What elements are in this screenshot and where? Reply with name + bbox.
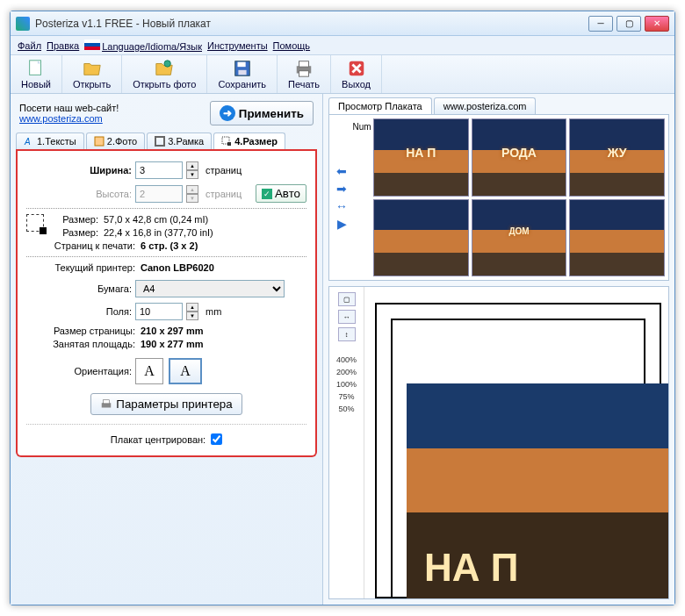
right-panel: Просмотр Плаката www.posteriza.com ⬅ ➡ ↔…: [323, 94, 674, 605]
exit-icon: [347, 59, 366, 78]
toolbar-save[interactable]: Сохранить: [207, 55, 278, 93]
thumb-3[interactable]: ЖУ: [569, 118, 665, 197]
zoom-75[interactable]: 75%: [338, 392, 354, 401]
height-input: [135, 185, 183, 203]
new-icon: [26, 59, 46, 78]
titlebar: Posteriza v1.1 FREE - Новый плакат ─ ▢ ✕: [11, 11, 674, 36]
toolbar-exit[interactable]: Выход: [331, 55, 382, 93]
height-unit: страниц: [206, 189, 242, 199]
svg-rect-15: [104, 399, 110, 403]
menu-language[interactable]: Language/Idioma/Язык: [84, 39, 202, 52]
size-panel: Ширина: ▲▼ страниц Высота: ▲▼ страниц ✓ …: [16, 151, 317, 457]
pages-value: 6 стр. (3 x 2): [141, 240, 198, 251]
nav-play-icon[interactable]: ▶: [333, 217, 350, 231]
thumb-5[interactable]: ДОМ: [472, 199, 567, 277]
toolbar-open-photo[interactable]: Открыть фото: [122, 55, 207, 93]
svg-text:A: A: [24, 137, 31, 147]
menu-file[interactable]: Файл: [18, 40, 41, 51]
svg-rect-11: [155, 137, 164, 146]
menu-tools[interactable]: Инструменты: [207, 40, 268, 51]
visit-link[interactable]: www.posteriza.com: [19, 113, 103, 124]
visit-block: Посети наш web-сайт! www.posteriza.com: [19, 103, 119, 124]
size-cm-value: 57,0 x 42,8 cm (0,24 mI): [104, 214, 208, 225]
save-icon: [233, 59, 252, 78]
printer-settings-button[interactable]: Параметры принтера: [90, 393, 242, 415]
frame-icon: [155, 136, 165, 147]
auto-button[interactable]: ✓ Авто: [256, 184, 306, 203]
svg-rect-6: [299, 61, 309, 67]
toolbar-print[interactable]: Печать: [278, 55, 331, 93]
paper-select[interactable]: A4: [135, 280, 285, 297]
tab-size[interactable]: 4.Размер: [213, 133, 285, 149]
zoom-width-icon[interactable]: ↔: [338, 310, 356, 324]
page-size-value: 210 x 297 mm: [141, 326, 204, 336]
nav-left-icon[interactable]: ⬅: [333, 164, 350, 178]
svg-rect-13: [227, 142, 231, 146]
poster-image: НА П: [407, 383, 668, 598]
num-label: Num: [350, 118, 373, 276]
toolbar-open[interactable]: Открыть: [62, 55, 122, 93]
svg-rect-10: [95, 137, 104, 146]
thumb-6[interactable]: [569, 199, 665, 277]
apply-button[interactable]: ➜ Применить: [210, 101, 314, 125]
thumb-1[interactable]: НА П: [373, 118, 469, 197]
toolbar: Новый Открыть Открыть фото Сохранить Печ…: [11, 55, 674, 94]
zoom-400[interactable]: 400%: [336, 355, 357, 364]
thumb-2[interactable]: РОДА: [472, 118, 567, 197]
zoom-100[interactable]: 100%: [336, 380, 357, 389]
margin-input[interactable]: [135, 303, 183, 320]
svg-point-1: [164, 61, 170, 67]
thumb-4[interactable]: [373, 199, 469, 277]
window-title: Posteriza v1.1 FREE - Новый плакат: [35, 18, 588, 30]
check-icon: ✓: [262, 189, 272, 199]
left-tabs: A 1.Тексты 2.Фото 3.Рамка 4.Размер: [16, 133, 317, 151]
height-label: Высота:: [26, 189, 132, 199]
poster-preview: ⬅ ➡ ↔ ▶ Num НА П РОДА ЖУ ДОМ: [328, 114, 669, 281]
size-in-value: 22,4 x 16,8 in (377,70 inI): [104, 227, 213, 238]
photo-icon: [94, 136, 105, 147]
height-spinner: ▲▼: [186, 185, 198, 203]
nav-right-icon[interactable]: ➡: [333, 182, 350, 196]
tab-photo[interactable]: 2.Фото: [86, 133, 145, 149]
size-icon: [221, 136, 232, 147]
open-photo-icon: [155, 59, 174, 78]
centered-label: Плакат центрирован:: [111, 434, 206, 445]
margin-spinner[interactable]: ▲▼: [186, 303, 198, 320]
menu-edit[interactable]: Правка: [47, 40, 79, 51]
dimensions-icon: [26, 214, 44, 232]
menu-help[interactable]: Помощь: [273, 40, 311, 51]
width-spinner[interactable]: ▲▼: [186, 161, 198, 179]
zoom-50[interactable]: 50%: [338, 405, 354, 413]
zoom-fit-icon[interactable]: ▢: [338, 292, 356, 306]
printer-value: Canon LBP6020: [141, 262, 214, 273]
width-label: Ширина:: [26, 165, 132, 175]
zoom-200[interactable]: 200%: [336, 368, 357, 376]
toolbar-new[interactable]: Новый: [11, 55, 62, 93]
page-canvas[interactable]: НА П: [364, 287, 668, 598]
website-tab[interactable]: www.posteriza.com: [434, 97, 537, 114]
open-icon: [83, 59, 102, 78]
tab-frame[interactable]: 3.Рамка: [147, 133, 212, 149]
svg-rect-7: [299, 71, 309, 76]
orientation-landscape[interactable]: A: [169, 358, 202, 384]
zoom-height-icon[interactable]: ↕: [338, 327, 356, 341]
tab-texts[interactable]: A 1.Тексты: [16, 133, 84, 149]
page-preview: ▢ ↔ ↕ 400% 200% 100% 75% 50% НА П: [328, 286, 669, 599]
orientation-portrait[interactable]: A: [135, 358, 163, 384]
width-unit: страниц: [206, 165, 242, 175]
used-area-value: 190 x 277 mm: [141, 339, 204, 349]
app-icon: [16, 17, 30, 31]
centered-checkbox[interactable]: [211, 433, 222, 445]
text-icon: A: [24, 136, 34, 147]
svg-rect-4: [238, 70, 246, 75]
nav-leftright-icon[interactable]: ↔: [333, 199, 350, 213]
width-input[interactable]: [135, 161, 183, 179]
apply-arrow-icon: ➜: [220, 105, 235, 121]
preview-tab[interactable]: Просмотр Плаката: [328, 97, 432, 114]
menubar: Файл Правка Language/Idioma/Язык Инструм…: [11, 36, 674, 55]
close-button[interactable]: ✕: [645, 16, 669, 32]
maximize-button[interactable]: ▢: [616, 16, 641, 32]
minimize-button[interactable]: ─: [588, 16, 613, 32]
print-icon: [294, 59, 314, 78]
flag-icon: [84, 39, 100, 50]
